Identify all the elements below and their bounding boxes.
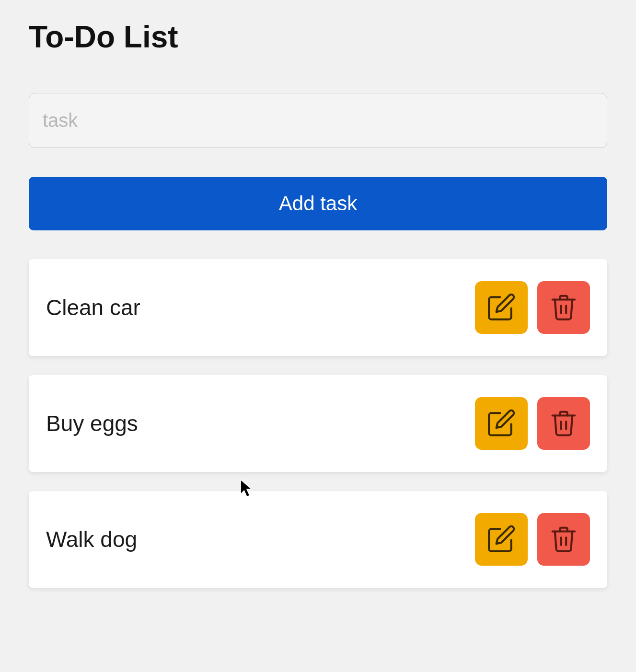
task-label: Buy eggs [46,410,138,436]
edit-button[interactable] [475,513,528,566]
trash-icon [549,408,578,439]
delete-button[interactable] [537,513,590,566]
edit-icon [486,292,516,323]
edit-button[interactable] [475,397,528,450]
delete-button[interactable] [537,397,590,450]
task-input[interactable] [29,93,607,148]
edit-icon [486,524,516,555]
task-label: Walk dog [46,526,137,552]
task-row: Walk dog [29,491,607,588]
trash-icon [549,292,578,323]
task-row: Clean car [29,259,607,356]
edit-icon [486,408,516,439]
task-actions [475,397,590,450]
trash-icon [549,524,578,555]
page-title: To-Do List [29,19,607,55]
add-task-button[interactable]: Add task [29,177,607,230]
task-row: Buy eggs [29,375,607,472]
task-actions [475,281,590,334]
task-list: Clean car [29,259,607,588]
delete-button[interactable] [537,281,590,334]
task-label: Clean car [46,295,140,320]
task-actions [475,513,590,566]
edit-button[interactable] [475,281,528,334]
